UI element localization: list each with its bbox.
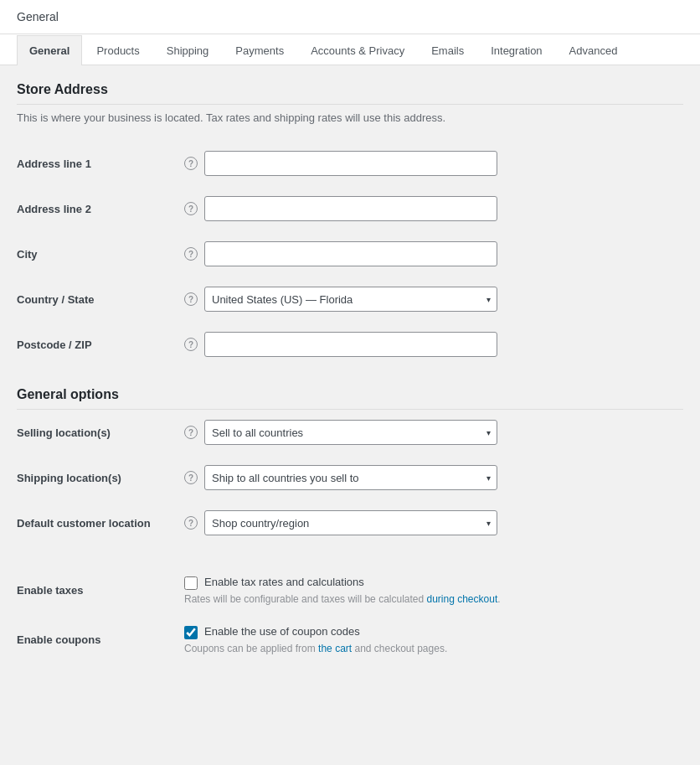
checkbox-enable_taxes[interactable] [184,576,198,590]
input-city[interactable] [204,241,497,266]
tabs-nav: GeneralProductsShippingPaymentsAccounts … [0,34,700,65]
checkboxes-table: Enable taxesEnable tax rates and calcula… [17,566,683,664]
checkbox-desc-enable_coupons: Coupons can be applied from the cart and… [184,643,683,654]
checkbox-label-enable_coupons: Enable the use of coupon codes [204,625,360,638]
store-address-section: Store Address This is where your busines… [17,82,683,367]
help-icon-selling_locations[interactable]: ? [184,426,198,439]
select-shipping_locations[interactable]: Ship to all countries you sell to [204,465,497,490]
help-icon-city[interactable]: ? [184,247,198,261]
input-postcode[interactable] [204,332,497,357]
field-row-city: City? [17,231,683,277]
select-default_customer_location[interactable]: Shop country/region [204,510,497,535]
general-options-section: General options Selling location(s)?Sell… [17,387,683,664]
tab-general[interactable]: General [17,35,82,65]
select-wrapper-shipping_locations: Ship to all countries you sell to▾ [204,465,497,490]
label-shipping_locations: Shipping location(s) [17,472,121,484]
field-row-enable_taxes: Enable taxesEnable tax rates and calcula… [17,566,683,615]
select-selling_locations[interactable]: Sell to all countries [204,420,497,445]
general-options-form-table: Selling location(s)?Sell to all countrie… [17,410,683,545]
label-selling_locations: Selling location(s) [17,426,111,439]
field-row-default_customer_location: Default customer location?Shop country/r… [17,500,683,545]
tab-products[interactable]: Products [84,35,152,65]
store-address-title: Store Address [17,82,683,105]
help-icon-country_state[interactable]: ? [184,292,198,306]
label-enable_taxes: Enable taxes [17,584,84,597]
main-content: Store Address This is where your busines… [0,65,700,701]
tab-shipping[interactable]: Shipping [154,35,222,65]
help-icon-address1[interactable]: ? [184,157,198,170]
page-title: General [17,10,59,23]
field-row-selling_locations: Selling location(s)?Sell to all countrie… [17,410,683,455]
label-postcode: Postcode / ZIP [17,339,92,351]
label-address2: Address line 2 [17,203,91,215]
help-icon-default_customer_location[interactable]: ? [184,516,198,530]
cart-link[interactable]: the cart [318,643,352,654]
select-wrapper-default_customer_location: Shop country/region▾ [204,510,497,535]
help-icon-postcode[interactable]: ? [184,338,198,351]
label-default_customer_location: Default customer location [17,517,151,530]
field-row-address1: Address line 1? [17,141,683,186]
general-options-title: General options [17,387,683,410]
checkbox-enable_coupons[interactable] [184,626,198,639]
page-header: General [0,0,700,34]
select-wrapper-selling_locations: Sell to all countries▾ [204,420,497,445]
help-icon-shipping_locations[interactable]: ? [184,471,198,484]
select-wrapper-country_state: United States (US) — Florida▾ [204,287,497,312]
store-address-desc: This is where your business is located. … [17,111,683,124]
label-address1: Address line 1 [17,158,91,170]
field-row-postcode: Postcode / ZIP? [17,322,683,367]
checkbox-desc-enable_taxes: Rates will be configurable and taxes wil… [184,593,683,605]
tab-accounts-privacy[interactable]: Accounts & Privacy [298,35,417,65]
help-icon-address2[interactable]: ? [184,202,198,215]
field-row-address2: Address line 2? [17,186,683,231]
address-form-table: Address line 1?Address line 2?City?Count… [17,141,683,367]
tab-payments[interactable]: Payments [223,35,296,65]
label-city: City [17,248,38,261]
tab-integration[interactable]: Integration [478,35,554,65]
field-row-shipping_locations: Shipping location(s)?Ship to all countri… [17,455,683,500]
checkbox-label-enable_taxes: Enable tax rates and calculations [204,576,364,588]
tab-advanced[interactable]: Advanced [557,35,631,65]
field-row-country_state: Country / State?United States (US) — Flo… [17,277,683,322]
label-country_state: Country / State [17,293,94,306]
select-country_state[interactable]: United States (US) — Florida [204,287,497,312]
field-row-enable_coupons: Enable couponsEnable the use of coupon c… [17,615,683,664]
input-address2[interactable] [204,196,497,221]
tab-emails[interactable]: Emails [419,35,476,65]
label-enable_coupons: Enable coupons [17,633,100,646]
checkout-link[interactable]: during checkout [427,593,498,605]
input-address1[interactable] [204,151,497,176]
